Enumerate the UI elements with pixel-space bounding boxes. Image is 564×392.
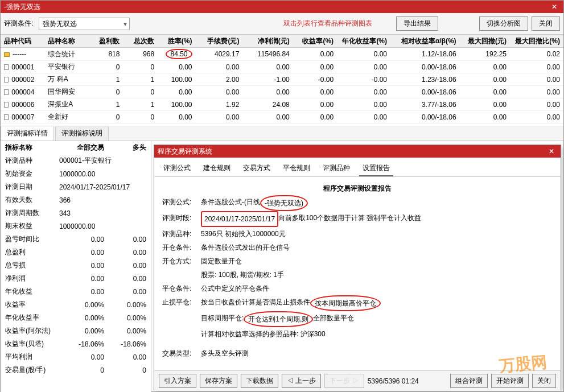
indicator-row: 净利润0.000.00	[1, 272, 151, 285]
status-text: 5396/5396 01:24	[368, 377, 419, 385]
tab-explain[interactable]: 评测指标说明	[55, 126, 109, 141]
indicator-panel: 指标名称 全部交易 多头 评测品种000001-平安银行初始资金1000000.…	[1, 141, 151, 392]
inner-tab[interactable]: 设置报告	[359, 161, 393, 176]
document-icon	[4, 89, 9, 95]
hint-text: 双击列表行查看品种评测图表	[283, 19, 372, 28]
inner-bottombar: 引入方案 保存方案 下载数据 ◁ 上一步 下一步 ▷ 5396/5396 01:…	[154, 370, 561, 391]
switch-chart-button[interactable]: 切换分析图	[479, 16, 528, 31]
close-icon[interactable]: ✕	[549, 1, 560, 13]
document-icon	[4, 64, 9, 70]
start-test-button[interactable]: 开始评测	[491, 374, 529, 388]
table-row[interactable]: ------综合统计81896884.504029.17115496.840.0…	[1, 48, 563, 61]
indicator-row: 初始资金1000000.00	[1, 167, 151, 180]
save-scheme-button[interactable]: 保存方案	[200, 374, 237, 388]
inner-window: 程序交易评测系统 ✕ 评测公式建仓规则交易方式平仓规则评测品种设置报告 程序交易…	[154, 145, 561, 390]
indicator-row: 年化收益0.000.00	[1, 285, 151, 298]
col-header[interactable]: 年化收益率(%)	[337, 35, 390, 48]
col-header[interactable]: 胜率(%)	[158, 35, 195, 48]
formula-highlight: -强势无双选)	[260, 195, 308, 211]
folder-icon	[4, 52, 10, 57]
col-header[interactable]: 最大回撤比(%)	[510, 35, 563, 48]
indicator-row: 交易量(股/手)00	[1, 364, 151, 377]
col-header[interactable]: 净利润(元)	[242, 35, 293, 48]
indicator-row: 收益率(阿尔法)0.00%0.00%	[1, 324, 151, 337]
indicator-row: 盈亏时间比0.000.00	[1, 233, 151, 246]
col-header[interactable]: 相对收益率α/β(%)	[390, 35, 460, 48]
close-button[interactable]: 关闭	[532, 16, 560, 31]
import-button[interactable]: 引入方案	[159, 374, 196, 388]
indicator-row: 收益率(贝塔)-18.06%-18.06%	[1, 337, 151, 350]
document-icon	[4, 114, 9, 120]
col-header[interactable]: 盈利数	[89, 35, 123, 48]
window-title: -强势无双选	[4, 1, 40, 13]
combo-test-button[interactable]: 组合评测	[450, 374, 488, 388]
inner-tab[interactable]: 平仓规则	[279, 161, 314, 176]
indicator-row: 评测周期数343	[1, 207, 151, 220]
next-button[interactable]: 下一步 ▷	[324, 374, 364, 388]
inner-tabs: 评测公式建仓规则交易方式平仓规则评测品种设置报告	[154, 158, 561, 177]
inner-title: 程序交易评测系统	[158, 145, 212, 158]
document-icon	[4, 102, 9, 108]
col-header[interactable]: 品种代码	[1, 35, 44, 48]
table-row[interactable]: 000004国华网安000.000.000.000.000.000.00/-18…	[1, 86, 563, 98]
tab-detail[interactable]: 评测指标详情	[1, 126, 54, 141]
inner-tab[interactable]: 交易方式	[240, 161, 274, 176]
inner-tab[interactable]: 评测公式	[160, 161, 194, 176]
table-row[interactable]: 000007全新好000.000.000.000.000.000.00/-18.…	[1, 111, 563, 123]
report-title: 程序交易评测设置报告	[162, 181, 553, 195]
condition-dropdown[interactable]: 强势无双选	[39, 18, 130, 30]
condition-label: 评测条件:	[4, 19, 33, 28]
main-titlebar: -强势无双选 ✕	[1, 1, 563, 13]
indicator-row: 总盈利0.000.00	[1, 246, 151, 259]
col-header[interactable]: 手续费(元)	[196, 35, 243, 48]
period-highlight: 开仓达到1个周期,则	[244, 311, 313, 327]
col-header[interactable]: 最大回撤(元)	[460, 35, 510, 48]
indicator-row: 平均利润0.000.00	[1, 350, 151, 364]
prev-button[interactable]: ◁ 上一步	[282, 374, 321, 388]
mid-tabs: 评测指标详情 评测指标说明	[1, 126, 563, 141]
indicator-row: 期末权益1000000.00	[1, 220, 151, 233]
indicator-row: 年化收益率0.00%0.00%	[1, 311, 151, 324]
stoploss-highlight: 按本周期最高价平仓	[310, 295, 381, 311]
indicator-row: 总亏损0.000.00	[1, 259, 151, 272]
report-body: 程序交易评测设置报告 评测公式: 条件选股公式-(日线 -强势无双选) 评测时段…	[154, 177, 561, 370]
download-button[interactable]: 下载数据	[241, 374, 278, 388]
results-grid[interactable]: 品种代码品种名称盈利数总次数胜率(%)手续费(元)净利润(元)收益率(%)年化收…	[1, 35, 563, 126]
date-range-highlight: 2024/01/17-2025/01/17	[201, 211, 278, 227]
col-long: 多头	[109, 141, 151, 154]
table-row[interactable]: 000002万 科A11100.002.00-1.00-0.00-0.001.2…	[1, 73, 563, 86]
main-toolbar: 评测条件: 强势无双选 双击列表行查看品种评测图表 导出结果 切换分析图 关闭	[1, 13, 563, 35]
inner-tab[interactable]: 建仓规则	[200, 161, 234, 176]
close2-button[interactable]: 关闭	[532, 374, 556, 388]
indicator-row: 评测品种000001-平安银行	[1, 154, 151, 167]
col-name: 指标名称	[1, 141, 55, 154]
inner-tab[interactable]: 评测品种	[319, 161, 353, 176]
table-row[interactable]: 000006深振业A11100.001.9224.080.000.003.77/…	[1, 98, 563, 111]
table-row[interactable]: 000001平安银行000.000.000.000.000.000.00/-18…	[1, 61, 563, 73]
indicator-row: 评测日期2024/01/17-2025/01/17	[1, 180, 151, 193]
indicator-row: 有效天数366	[1, 193, 151, 207]
col-all: 全部交易	[55, 141, 109, 154]
col-header[interactable]: 品种名称	[44, 35, 88, 48]
inner-close-icon[interactable]: ✕	[546, 145, 557, 158]
col-header[interactable]: 总次数	[123, 35, 158, 48]
document-icon	[4, 77, 9, 82]
export-button[interactable]: 导出结果	[396, 16, 438, 31]
col-header[interactable]: 收益率(%)	[293, 35, 337, 48]
inner-titlebar: 程序交易评测系统 ✕	[154, 145, 561, 158]
indicator-row: 收益率0.00%0.00%	[1, 298, 151, 311]
winrate-highlight: 84.50	[166, 49, 192, 59]
